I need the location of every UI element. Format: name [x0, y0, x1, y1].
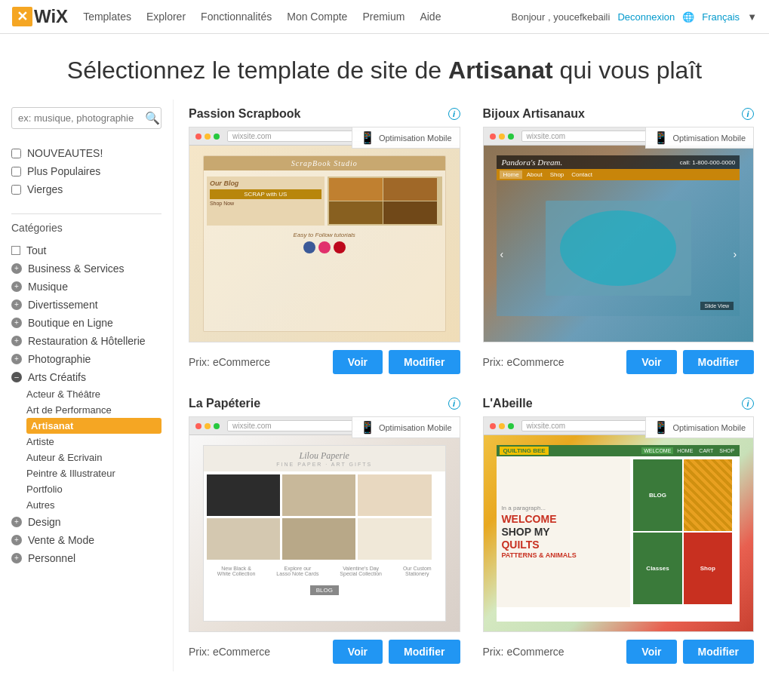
nav-explorer[interactable]: Explorer [146, 11, 186, 23]
sub-item-auteur[interactable]: Auteur & Ecrivain [26, 450, 161, 465]
modifier-button-papeterie[interactable]: Modifier [389, 640, 460, 664]
checkbox-vierges-input[interactable] [11, 185, 21, 195]
checkbox-populaires-input[interactable] [11, 167, 21, 177]
cat-item-divertissement[interactable]: + Divertissement [11, 296, 161, 314]
plus-vente-icon: + [11, 535, 22, 545]
btn-group-scrapbook: Voir Modifier [333, 350, 460, 374]
info-icon-scrapbook[interactable]: i [448, 108, 460, 120]
browser-dot-yellow-bijoux [499, 134, 505, 140]
cat-item-boutique[interactable]: + Boutique en Ligne [11, 314, 161, 332]
language-selector[interactable]: Français [702, 11, 740, 23]
lang-globe-icon: 🌐 [682, 11, 694, 23]
plus-boutique-icon: + [11, 318, 22, 328]
mobile-badge-abeille: 📱 Optimisation Mobile [645, 417, 753, 438]
browser-dot-red-abeille [490, 423, 496, 429]
logo-x-icon: ✕ [12, 7, 32, 26]
template-card-header-scrapbook: Passion Scrapbook i [189, 107, 460, 121]
sub-item-artisanat[interactable]: Artisanat [26, 418, 161, 434]
browser-dot-yellow-papeterie [205, 423, 211, 429]
sub-item-portfolio[interactable]: Portfolio [26, 481, 161, 497]
cat-item-business[interactable]: + Business & Services [11, 259, 161, 278]
browser-dot-green [214, 134, 220, 140]
price-label-abeille: Prix: eCommerce [483, 646, 564, 658]
voir-button-papeterie[interactable]: Voir [333, 640, 383, 664]
modifier-button-abeille[interactable]: Modifier [683, 640, 754, 664]
cat-item-design[interactable]: + Design [11, 513, 161, 531]
nav-aide[interactable]: Aide [420, 11, 441, 23]
main-nav: Templates Explorer Fonctionnalités Mon C… [83, 11, 441, 23]
price-label-bijoux: Prix: eCommerce [483, 356, 564, 368]
logo: ✕ WiX [12, 6, 68, 27]
info-icon-papeterie[interactable]: i [448, 398, 460, 410]
modifier-button-scrapbook[interactable]: Modifier [389, 350, 460, 374]
cat-item-vente[interactable]: + Vente & Mode [11, 531, 161, 549]
price-label-scrapbook: Prix: eCommerce [189, 356, 270, 368]
sub-item-peintre[interactable]: Peintre & Illustrateur [26, 465, 161, 481]
voir-button-bijoux[interactable]: Voir [626, 350, 676, 374]
page-title: Sélectionnez le template de site de Arti… [0, 34, 769, 100]
mobile-badge-scrapbook: 📱 Optimisation Mobile [352, 127, 460, 149]
header-right: Bonjour , youcefkebaili Deconnexion 🌐 Fr… [512, 11, 757, 23]
info-icon-abeille[interactable]: i [742, 398, 754, 410]
template-footer-abeille: Prix: eCommerce Voir Modifier [483, 640, 755, 664]
cat-item-arts-creatifs[interactable]: – Arts Créatifs [11, 368, 161, 386]
voir-button-scrapbook[interactable]: Voir [333, 350, 383, 374]
template-visual-scrapbook[interactable]: ScrapBook Studio Our Blog SCRAP with US … [189, 146, 460, 342]
categories-title: Catégories [11, 222, 161, 234]
template-visual-bijoux[interactable]: Pandora's Dream. call: 1-800-000-0000 Ho… [484, 146, 754, 342]
plus-musique-icon: + [11, 281, 22, 292]
plus-photographie-icon: + [11, 354, 22, 364]
browser-dot-red [195, 134, 201, 140]
template-preview-scrapbook: wixsite.com 📱 Optimisation Mobile ScrapB… [189, 127, 460, 342]
sub-item-artiste[interactable]: Artiste [26, 434, 161, 450]
template-footer-bijoux: Prix: eCommerce Voir Modifier [483, 350, 755, 374]
checkbox-nouveautes-input[interactable] [11, 149, 21, 158]
modifier-button-bijoux[interactable]: Modifier [683, 350, 754, 374]
browser-dot-yellow-abeille [499, 423, 505, 429]
sub-items-arts: Acteur & Théâtre Art de Performance Arti… [11, 386, 161, 513]
content-area: Passion Scrapbook i wixsite.com 📱 Optimi… [174, 100, 769, 671]
template-card-header-abeille: L'Abeille i [483, 397, 755, 410]
template-visual-abeille[interactable]: QUILTING BEE WELCOME HOME CART SHOP In a… [484, 435, 754, 631]
plus-design-icon: + [11, 517, 22, 527]
header: ✕ WiX Templates Explorer Fonctionnalités… [0, 0, 769, 34]
voir-button-abeille[interactable]: Voir [626, 640, 676, 664]
template-name-bijoux: Bijoux Artisanaux [483, 107, 585, 121]
template-card-header-papeterie: La Papéterie i [189, 397, 460, 410]
checkbox-populaires[interactable]: Plus Populaires [11, 162, 161, 180]
template-preview-abeille: wixsite.com 📱 Optimisation Mobile QUILTI… [483, 416, 755, 632]
cat-item-personnel[interactable]: + Personnel [11, 549, 161, 567]
search-input[interactable] [18, 112, 145, 124]
cat-item-restauration[interactable]: + Restauration & Hôtellerie [11, 332, 161, 350]
template-card-header-bijoux: Bijoux Artisanaux i [483, 107, 755, 121]
sub-item-art-performance[interactable]: Art de Performance [26, 402, 161, 418]
categories-list: Tout + Business & Services + Musique + D… [11, 241, 161, 567]
nav-mon-compte[interactable]: Mon Compte [287, 11, 347, 23]
main-layout: 🔍 NOUVEAUTES! Plus Populaires Vierges Ca… [0, 100, 769, 671]
lang-dropdown-icon[interactable]: ▼ [747, 11, 757, 23]
search-box[interactable]: 🔍 [11, 107, 161, 129]
sub-item-acteur[interactable]: Acteur & Théâtre [26, 386, 161, 402]
search-icon[interactable]: 🔍 [145, 111, 160, 125]
nav-premium[interactable]: Premium [362, 11, 404, 23]
template-card-abeille: L'Abeille i wixsite.com 📱 Optimisation M… [483, 397, 755, 664]
cat-item-photographie[interactable]: + Photographie [11, 350, 161, 368]
plus-restauration-icon: + [11, 336, 22, 346]
sub-item-autres[interactable]: Autres [26, 497, 161, 513]
logout-link[interactable]: Deconnexion [617, 11, 675, 23]
mobile-icon-scrapbook: 📱 [360, 130, 375, 145]
cat-item-tout[interactable]: Tout [11, 241, 161, 259]
checkbox-nouveautes[interactable]: NOUVEAUTES! [11, 144, 161, 162]
browser-dot-red-bijoux [490, 134, 496, 140]
info-icon-bijoux[interactable]: i [742, 108, 754, 120]
sidebar-divider [11, 213, 161, 214]
nav-fonctionnalites[interactable]: Fonctionnalités [201, 11, 272, 23]
sidebar: 🔍 NOUVEAUTES! Plus Populaires Vierges Ca… [0, 100, 174, 671]
template-visual-papeterie[interactable]: Lilou Paperie FINE PAPER · ART GIFTS [189, 435, 460, 631]
mobile-badge-bijoux: 📱 Optimisation Mobile [645, 127, 753, 149]
nav-templates[interactable]: Templates [83, 11, 131, 23]
template-preview-papeterie: wixsite.com 📱 Optimisation Mobile Lilou … [189, 416, 460, 632]
price-label-papeterie: Prix: eCommerce [189, 646, 270, 658]
cat-item-musique[interactable]: + Musique [11, 278, 161, 296]
checkbox-vierges[interactable]: Vierges [11, 180, 161, 198]
